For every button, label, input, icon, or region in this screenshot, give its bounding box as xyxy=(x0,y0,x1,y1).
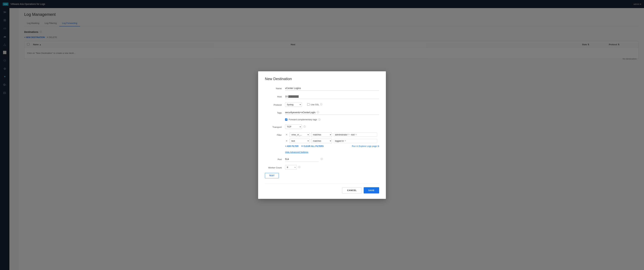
filter-1-op-wrapper: matches contains does not match ▾ xyxy=(311,132,332,137)
dialog-footer: CANCEL SAVE xyxy=(265,184,379,193)
transport-control: TCP UDP ▾ ⓘ xyxy=(285,124,379,129)
transport-select[interactable]: TCP UDP xyxy=(285,124,302,129)
dialog-title: New Destination xyxy=(265,77,379,81)
host-input[interactable] xyxy=(285,94,379,99)
worker-count-input-row: 1 2 4 8 16 ⓘ xyxy=(285,165,379,170)
filter-2-remove-icon[interactable]: ✕ xyxy=(285,139,288,143)
transport-info-icon: ⓘ xyxy=(304,125,306,128)
use-ssl-checkbox[interactable] xyxy=(307,103,310,106)
forward-tags-info-icon: ⓘ xyxy=(318,118,320,121)
tags-control: securityevents=vCenterLogin ⓘ xyxy=(285,110,379,115)
worker-count-control: 1 2 4 8 16 ⓘ xyxy=(285,165,379,170)
filter-1-tag-root-remove[interactable]: ✕ xyxy=(355,134,357,136)
hide-advanced-button[interactable]: Hide Advanced Settings xyxy=(285,151,308,153)
tags-label: Tags xyxy=(265,110,285,114)
tags-info-icon: ⓘ xyxy=(317,111,319,114)
worker-count-label: Worker Count xyxy=(265,165,285,169)
ssl-row: Syslog UDP TCP ▾ Use SSL ⓘ xyxy=(285,102,379,107)
host-control xyxy=(285,94,379,99)
filter-row-1: ✕ vmw_vr_... ▾ matches contains does not… xyxy=(285,132,379,137)
filter-row: Filter ✕ vmw_vr_... ▾ matches contains xyxy=(265,132,379,148)
transport-label: Transport xyxy=(265,124,285,128)
name-input[interactable] xyxy=(285,86,379,91)
filter-1-field-wrapper: vmw_vr_... ▾ xyxy=(290,132,310,137)
filter-control: ✕ vmw_vr_... ▾ matches contains does not… xyxy=(285,132,379,148)
protocol-select[interactable]: Syslog UDP TCP xyxy=(285,102,302,107)
filter-1-field-select[interactable]: vmw_vr_... xyxy=(290,132,310,137)
filter-1-tag-root: root ✕ xyxy=(351,133,356,136)
tags-value: securityevents=vCenterLogin xyxy=(285,111,316,114)
forward-tags-row: Forward complementary tags ⓘ xyxy=(285,118,379,121)
use-ssl-label: Use SSL xyxy=(310,103,319,106)
port-input-row: ⓘ xyxy=(285,157,379,162)
worker-count-select[interactable]: 1 2 4 8 16 xyxy=(285,165,297,170)
port-row: Port ⓘ xyxy=(265,157,379,162)
name-label: Name xyxy=(265,86,285,90)
filter-label: Filter xyxy=(265,132,285,136)
host-label: Host xyxy=(265,94,285,98)
protocol-control: Syslog UDP TCP ▾ Use SSL ⓘ xyxy=(285,102,379,107)
filter-1-op-select[interactable]: matches contains does not match xyxy=(311,132,332,137)
worker-count-info-icon: ⓘ xyxy=(298,166,300,169)
port-input[interactable] xyxy=(285,157,319,162)
test-button-row: TEST xyxy=(265,173,379,178)
tags-input-wrapper: securityevents=vCenterLogin ⓘ xyxy=(285,110,379,115)
add-filter-button[interactable]: + ADD FILTER xyxy=(285,145,298,147)
filter-2-op-wrapper: matches contains does not match ▾ xyxy=(311,139,332,143)
explore-logs-label: Run in Explore Logs page xyxy=(352,145,377,147)
filter-2-tag-logged-in: logged in ✕ xyxy=(335,140,346,142)
filter-1-tag-administrator: administrator ✕ xyxy=(335,133,350,136)
port-control: ⓘ xyxy=(285,157,379,162)
filter-row-2: ✕ text ▾ matches contains does not match xyxy=(285,139,379,143)
worker-count-row: Worker Count 1 2 4 8 16 ⓘ xyxy=(265,165,379,170)
port-label: Port xyxy=(265,157,285,161)
filter-1-tag-administrator-remove[interactable]: ✕ xyxy=(348,134,350,136)
filter-2-op-select[interactable]: matches contains does not match xyxy=(311,139,332,143)
explore-logs-button[interactable]: Run in Explore Logs page ⧉ xyxy=(352,145,379,148)
clear-filters-button[interactable]: ✕ CLEAR ALL FILTERS xyxy=(301,145,324,147)
filter-1-values: administrator ✕ root ✕ xyxy=(334,133,377,137)
use-ssl-info-icon: ⓘ xyxy=(320,103,322,106)
name-row: Name xyxy=(265,86,379,91)
test-button[interactable]: TEST xyxy=(265,173,279,178)
name-control xyxy=(285,86,379,91)
host-row: Host xyxy=(265,94,379,99)
filter-2-tag-logged-in-remove[interactable]: ✕ xyxy=(344,140,346,142)
save-button[interactable]: SAVE xyxy=(364,187,379,193)
protocol-row: Protocol Syslog UDP TCP ▾ Use SSL xyxy=(265,102,379,107)
transport-row: Transport TCP UDP ▾ ⓘ xyxy=(265,124,379,129)
port-info-icon: ⓘ xyxy=(321,158,323,161)
worker-count-select-wrapper: 1 2 4 8 16 xyxy=(285,165,297,170)
forward-tags-label: Forward complementary tags xyxy=(289,118,317,121)
tags-row: Tags securityevents=vCenterLogin ⓘ xyxy=(265,110,379,115)
filter-2-field-select[interactable]: text xyxy=(290,139,310,143)
protocol-select-wrapper: Syslog UDP TCP ▾ xyxy=(285,102,302,107)
filter-actions-left: + ADD FILTER ✕ CLEAR ALL FILTERS xyxy=(285,145,324,147)
filter-2-field-wrapper: text ▾ xyxy=(290,139,310,143)
new-destination-dialog: New Destination Name Host Protocol Sysl xyxy=(258,71,386,199)
filter-2-values: logged in ✕ xyxy=(334,139,377,143)
explore-logs-icon: ⧉ xyxy=(378,145,379,148)
transport-select-wrapper: TCP UDP ▾ xyxy=(285,124,302,129)
forward-tags-checkbox[interactable] xyxy=(285,118,288,121)
filter-actions: + ADD FILTER ✕ CLEAR ALL FILTERS Run in … xyxy=(285,145,379,148)
cancel-button[interactable]: CANCEL xyxy=(342,187,362,193)
use-ssl-checkbox-label: Use SSL ⓘ xyxy=(307,103,322,106)
protocol-label: Protocol xyxy=(265,102,285,106)
filter-1-remove-icon[interactable]: ✕ xyxy=(285,133,288,137)
dialog-overlay: New Destination Name Host Protocol Sysl xyxy=(0,0,644,270)
